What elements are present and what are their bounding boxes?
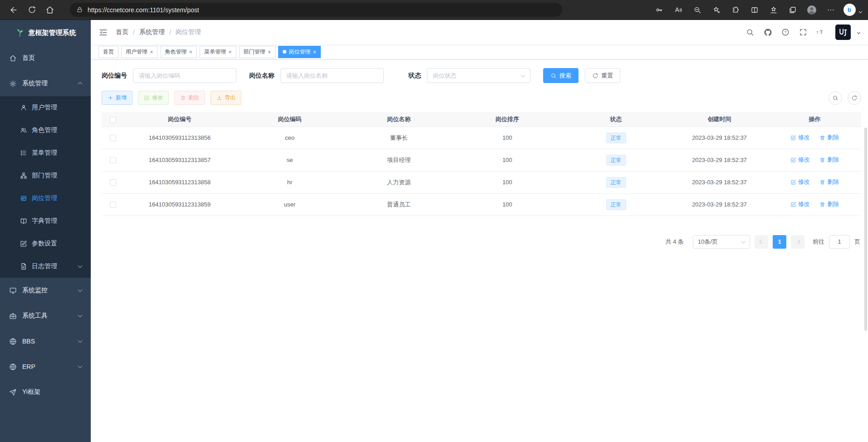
add-button[interactable]: 新增 — [102, 91, 132, 105]
export-button[interactable]: 导出 — [211, 91, 241, 105]
toggle-search-button[interactable] — [829, 91, 842, 105]
page-size-select[interactable]: 10条/页 — [693, 235, 750, 249]
edit-button[interactable]: 修改 — [138, 91, 169, 105]
row-edit-button[interactable]: 修改 — [790, 200, 810, 208]
prev-page-button[interactable] — [755, 235, 768, 249]
extensions-icon[interactable] — [729, 4, 742, 16]
sidebar-item-system-management[interactable]: 系统管理 — [0, 71, 91, 96]
page-number-button[interactable]: 1 — [773, 235, 786, 249]
row-delete-button[interactable]: 删除 — [819, 156, 839, 164]
app-window: 意框架管理系统 首页 系统管理 用户管理 角色管理 菜单管理 — [0, 20, 868, 442]
sidebar-item-home[interactable]: 首页 — [0, 45, 91, 71]
breadcrumb: 首页 / 系统管理 / 岗位管理 — [116, 28, 201, 36]
sidebar-item-yi-framework[interactable]: Yi框架 — [0, 379, 91, 405]
edit-link-label: 修改 — [798, 178, 810, 186]
tab-menu-management[interactable]: 菜单管理× — [200, 46, 236, 58]
user-avatar[interactable] — [835, 25, 851, 40]
tab-close-icon[interactable]: × — [313, 49, 316, 55]
font-size-icon[interactable]: тT — [816, 27, 826, 37]
password-key-icon[interactable] — [653, 4, 666, 16]
collapse-sidebar-icon[interactable] — [99, 28, 108, 37]
goto-page-input[interactable] — [829, 235, 850, 249]
browser-refresh-button[interactable] — [23, 2, 41, 18]
bing-icon[interactable]: b — [843, 4, 856, 16]
tab-close-icon[interactable]: × — [150, 49, 153, 55]
avatar-caret-icon[interactable] — [858, 27, 860, 35]
scrollbar-thumb[interactable] — [864, 128, 867, 331]
cell-post-id: 1641030593112313856 — [124, 127, 235, 149]
row-checkbox[interactable] — [110, 201, 116, 208]
tab-department-management[interactable]: 部门管理× — [239, 46, 276, 58]
delete-link-label: 删除 — [827, 156, 839, 164]
tab-close-icon[interactable]: × — [228, 49, 232, 55]
fullscreen-icon[interactable] — [798, 27, 808, 37]
sidebar-item-system-monitoring[interactable]: 系统监控 — [0, 278, 91, 303]
next-page-button[interactable] — [791, 235, 804, 249]
tab-close-icon[interactable]: × — [189, 49, 193, 55]
add-favorite-icon[interactable] — [710, 4, 723, 16]
row-delete-button[interactable]: 删除 — [819, 178, 839, 186]
split-screen-icon[interactable] — [748, 4, 761, 16]
sidebar-item-post-management[interactable]: 岗位管理 — [0, 187, 91, 210]
tab-home[interactable]: 首页 — [98, 46, 118, 58]
row-checkbox[interactable] — [110, 179, 116, 186]
sidebar-item-user-management[interactable]: 用户管理 — [0, 96, 91, 119]
status-select[interactable]: 岗位状态 — [427, 68, 530, 83]
browser-back-button[interactable] — [5, 2, 23, 18]
more-options-icon[interactable] — [824, 4, 837, 16]
url-text[interactable]: https://ccnetcore.com:1101/system/post — [88, 6, 199, 14]
browser-toolbar: https://ccnetcore.com:1101/system/post b — [0, 0, 868, 20]
github-icon[interactable] — [763, 27, 773, 37]
refresh-table-button[interactable] — [848, 91, 861, 105]
browser-home-button[interactable] — [41, 2, 59, 18]
address-bar[interactable]: https://ccnetcore.com:1101/system/post — [70, 3, 562, 17]
row-delete-button[interactable]: 删除 — [819, 200, 839, 208]
cell-post-sort: 100 — [453, 127, 561, 149]
cell-created: 2023-03-29 18:52:37 — [671, 127, 768, 149]
sidebar-item-log-management[interactable]: 日志管理 — [0, 255, 91, 278]
status-badge: 正常 — [606, 199, 626, 210]
help-icon[interactable]: ? — [780, 27, 790, 37]
cell-post-id: 1641030593112313858 — [124, 171, 235, 193]
breadcrumb-home[interactable]: 首页 — [116, 28, 128, 36]
reset-button[interactable]: 重置 — [585, 68, 620, 83]
sidebar-item-department-management[interactable]: 部门管理 — [0, 164, 91, 187]
search-button[interactable]: 搜索 — [543, 68, 579, 83]
row-edit-button[interactable]: 修改 — [790, 156, 810, 164]
cell-post-name: 董事长 — [344, 127, 453, 149]
toolbox-icon — [9, 312, 17, 320]
profile-avatar[interactable] — [805, 4, 818, 16]
delete-link-label: 删除 — [827, 178, 839, 186]
zoom-out-icon[interactable] — [691, 4, 704, 16]
row-checkbox[interactable] — [110, 157, 116, 163]
row-delete-button[interactable]: 删除 — [819, 133, 839, 142]
tab-user-management[interactable]: 用户管理× — [121, 46, 158, 58]
sidebar-caret-icon[interactable] — [859, 6, 862, 15]
filter-form: 岗位编号 岗位名称 状态 岗位状态 搜索 — [102, 68, 861, 83]
collections-icon[interactable] — [786, 4, 799, 16]
breadcrumb-system[interactable]: 系统管理 — [139, 28, 165, 36]
favorites-bar-icon[interactable] — [767, 4, 780, 16]
sidebar-item-parameter-settings[interactable]: 参数设置 — [0, 232, 91, 255]
cell-post-code: ceo — [235, 127, 344, 149]
sidebar-item-system-tools[interactable]: 系统工具 — [0, 303, 91, 329]
sidebar-item-role-management[interactable]: 角色管理 — [0, 119, 91, 142]
row-edit-button[interactable]: 修改 — [790, 133, 810, 142]
sidebar-item-dictionary-management[interactable]: 字典管理 — [0, 210, 91, 232]
tab-role-management[interactable]: 角色管理× — [161, 46, 197, 58]
post-code-input[interactable] — [133, 68, 236, 83]
select-all-checkbox[interactable] — [110, 117, 116, 123]
header-search-icon[interactable] — [745, 27, 755, 37]
sidebar-item-menu-management[interactable]: 菜单管理 — [0, 142, 91, 164]
delete-button[interactable]: 删除 — [174, 91, 205, 105]
breadcrumb-separator: / — [133, 29, 135, 36]
row-edit-button[interactable]: 修改 — [790, 178, 810, 186]
tab-label: 部门管理 — [244, 48, 265, 56]
sidebar-item-bbs[interactable]: BBS — [0, 329, 91, 354]
tab-close-icon[interactable]: × — [268, 49, 271, 55]
sidebar-item-erp[interactable]: ERP — [0, 354, 91, 379]
row-checkbox[interactable] — [110, 135, 116, 141]
post-name-input[interactable] — [280, 68, 384, 83]
read-aloud-icon[interactable] — [672, 4, 685, 16]
tab-post-management[interactable]: 岗位管理× — [278, 46, 321, 58]
